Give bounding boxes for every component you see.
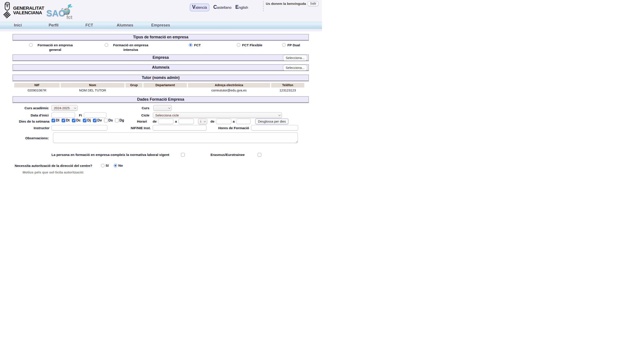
horari-de1-input[interactable] bbox=[158, 119, 174, 124]
gva-coat-of-arms-icon bbox=[3, 2, 11, 19]
formation-type-options: Formació en empresa general Formació en … bbox=[12, 43, 309, 54]
checkbox-dv[interactable] bbox=[93, 119, 96, 122]
lang-valencia[interactable]: Valencià bbox=[190, 4, 210, 12]
horari-de1-label: de bbox=[153, 119, 156, 123]
horari-de2-input[interactable] bbox=[216, 119, 231, 124]
cell-nif: 020901067R bbox=[14, 88, 60, 93]
curs-select[interactable] bbox=[153, 105, 172, 111]
nav-item-inici[interactable]: Inici bbox=[0, 22, 36, 29]
select-alumne-button[interactable]: Selecciona... bbox=[283, 65, 307, 71]
dies-checkbox-group: Dl Dt Dc Dj Dv Ds Dg bbox=[52, 118, 124, 122]
nav-item-empreses[interactable]: Empreses bbox=[143, 22, 178, 29]
section-header-empresa: Empresa Selecciona... bbox=[12, 54, 309, 61]
fi-input[interactable] bbox=[84, 112, 106, 118]
tutor-table: NIF Nom Grup Departament Adreça electròn… bbox=[14, 83, 304, 93]
row-autoritzacio: Necessita autorització de la direcció de… bbox=[12, 163, 309, 168]
die-dc[interactable]: Dc bbox=[72, 118, 80, 122]
chevron-down-icon bbox=[278, 114, 280, 116]
section-header-dades: Dades Formació Empresa bbox=[12, 96, 309, 103]
desglossa-per-dies-button[interactable]: Desglossa per dies bbox=[255, 118, 288, 124]
data-inici-input[interactable] bbox=[52, 112, 75, 118]
row-motius: Motius pels que sol·licita autorització: bbox=[12, 170, 309, 175]
tutor-table-header: NIF Nom Grup Departament Adreça electròn… bbox=[14, 83, 304, 88]
top-header: GENERALITAT VALENCIANA SAÓ bbox=[0, 0, 322, 21]
fi-label: Fi bbox=[77, 112, 82, 118]
nav-item-perfil[interactable]: Perfil bbox=[36, 22, 72, 29]
die-dt[interactable]: Dt bbox=[62, 118, 70, 122]
chevron-down-icon bbox=[204, 120, 206, 122]
col-telefon: Telèfon bbox=[271, 83, 304, 88]
radio-si[interactable] bbox=[101, 164, 104, 167]
select-empresa-button[interactable]: Selecciona... bbox=[283, 55, 307, 61]
radio-fct[interactable] bbox=[189, 43, 192, 47]
welcome-message: Us donem la benvinguda bbox=[266, 2, 306, 6]
option-fp-dual[interactable]: FP Dual bbox=[273, 43, 309, 54]
col-nom: Nom bbox=[61, 83, 124, 88]
sao-wordmark: SAÓ bbox=[46, 8, 65, 18]
normativa-checkbox[interactable] bbox=[181, 153, 185, 156]
radio-fct-flexible[interactable] bbox=[237, 43, 240, 47]
data-inici-label: Data d'inici bbox=[12, 112, 49, 118]
lang-castellano[interactable]: Castellano bbox=[213, 4, 232, 10]
horari-a2-label: a bbox=[233, 119, 235, 123]
hores-formacio-input[interactable] bbox=[251, 125, 298, 130]
welcome-area: Us donem la benvinguda Salir bbox=[263, 1, 318, 11]
option-formacio-intensiva[interactable]: Formació en empresa intensiva bbox=[92, 43, 164, 54]
form-content: Tipus de formació en empresa Formació en… bbox=[12, 29, 309, 175]
curs-label: Curs bbox=[118, 105, 150, 111]
main-nav: Inici Perfil FCT Alumnes Empreses bbox=[0, 21, 322, 29]
sao-fct-logo[interactable]: SAÓ bbox=[46, 9, 79, 22]
nif-inst-input[interactable] bbox=[153, 125, 206, 130]
dades-form: Curs acadèmic 2024-2025 Curs Data d'inic… bbox=[12, 103, 309, 175]
die-dv[interactable]: Dv bbox=[93, 118, 102, 122]
horari-controls: de a i de a Desglossa per dies bbox=[153, 118, 288, 124]
checkbox-ds[interactable] bbox=[104, 119, 108, 122]
radio-no[interactable] bbox=[114, 164, 117, 167]
erasmus-checkbox[interactable] bbox=[258, 153, 261, 156]
chevron-down-icon bbox=[74, 107, 76, 109]
cicle-label: Cicle bbox=[118, 112, 150, 118]
nav-item-alumnes[interactable]: Alumnes bbox=[107, 22, 143, 29]
alumne-title: Alumne/a bbox=[152, 65, 169, 70]
autoritzacio-si-option[interactable]: Sí bbox=[101, 163, 109, 167]
generalitat-valenciana-logo[interactable]: GENERALITAT VALENCIANA bbox=[3, 2, 44, 19]
radio-formacio-general[interactable] bbox=[29, 43, 33, 47]
die-ds[interactable]: Ds bbox=[104, 118, 113, 122]
checkbox-dj[interactable] bbox=[83, 119, 86, 122]
section-header-alumne: Alumne/a Selecciona... bbox=[12, 64, 309, 71]
lang-english[interactable]: English bbox=[235, 4, 248, 10]
checkbox-dt[interactable] bbox=[62, 119, 65, 122]
nav-item-fct[interactable]: FCT bbox=[72, 22, 107, 29]
cicle-select[interactable]: Selecciona cicle bbox=[153, 112, 282, 118]
page: GENERALITAT VALENCIANA SAÓ bbox=[0, 0, 322, 175]
die-dl[interactable]: Dl bbox=[52, 118, 59, 122]
observacions-textarea[interactable] bbox=[53, 132, 298, 143]
option-fct[interactable]: FCT bbox=[164, 43, 226, 54]
autoritzacio-question: Necessita autorització de la direcció de… bbox=[15, 163, 92, 169]
option-formacio-general[interactable]: Formació en empresa general bbox=[12, 43, 92, 54]
curs-academic-select[interactable]: 2024-2025 bbox=[52, 105, 78, 111]
radio-fp-dual[interactable] bbox=[282, 43, 286, 47]
horari-connector-select[interactable]: i bbox=[198, 119, 207, 124]
row-instructor: Instructor NIF/NIE Inst. Hores de Formac… bbox=[12, 125, 309, 131]
checkbox-dc[interactable] bbox=[72, 119, 76, 122]
option-fct-flexible[interactable]: FCT Flexible bbox=[226, 43, 273, 54]
tutor-table-row: 020901067R NOM DEL TUTOR correututor@edu… bbox=[14, 88, 304, 93]
cell-grup bbox=[126, 88, 142, 93]
logout-button[interactable]: Salir bbox=[308, 1, 318, 6]
dies-label: Dies de la setmana bbox=[12, 118, 50, 124]
autoritzacio-no-option[interactable]: No bbox=[114, 163, 123, 167]
normativa-label: La persona en formació en empresa comple… bbox=[52, 152, 169, 157]
cell-nom: NOM DEL TUTOR bbox=[61, 88, 124, 93]
row-dies-horari: Dies de la setmana Dl Dt Dc Dj Dv Ds Dg … bbox=[12, 118, 309, 124]
nif-inst-label: NIF/NIE Inst. bbox=[114, 125, 151, 131]
chevron-down-icon bbox=[168, 107, 170, 109]
horari-a2-input[interactable] bbox=[236, 119, 250, 124]
radio-formacio-intensiva[interactable] bbox=[105, 43, 108, 47]
instructor-input[interactable] bbox=[52, 125, 107, 130]
col-grup: Grup bbox=[126, 83, 142, 88]
die-dj[interactable]: Dj bbox=[83, 118, 91, 122]
horari-a1-input[interactable] bbox=[178, 119, 194, 124]
language-switcher: Valencià Castellano English bbox=[190, 4, 248, 12]
checkbox-dl[interactable] bbox=[52, 119, 55, 122]
